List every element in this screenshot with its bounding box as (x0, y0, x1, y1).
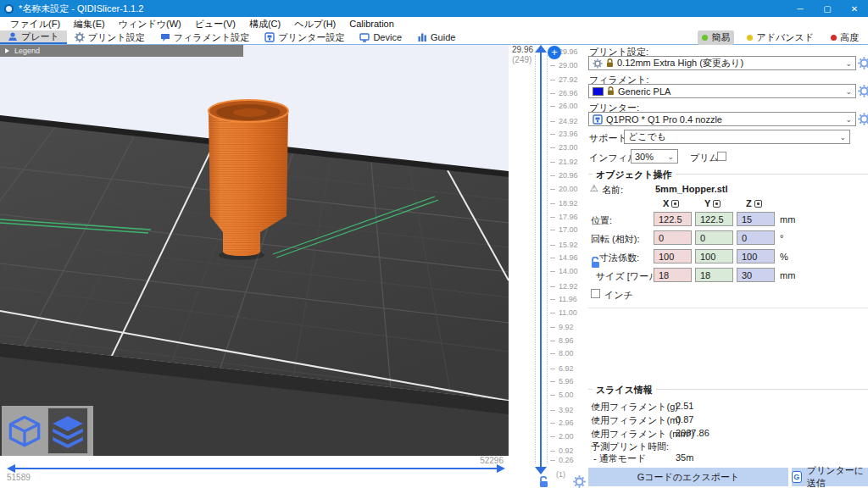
tabbar: プレート プリント設定 フィラメント設定 プリンター設定 Device Guid… (0, 30, 868, 45)
gcode-send-icon: G (792, 471, 802, 483)
edit-printer-gear-icon[interactable] (858, 113, 868, 125)
main-area: Legend (0, 45, 868, 488)
layer-slider-track[interactable] (540, 50, 542, 469)
qidislicer-window: *名称未設定 - QIDISlicer-1.1.2 ─ ▢ ✕ ファイル(F) … (0, 0, 868, 488)
chevron-down-icon: ⌄ (667, 152, 674, 161)
rotation-x-input[interactable]: 0 (654, 230, 692, 245)
layer-tick-label: 11.00 (559, 308, 577, 317)
layer-slider-upper-thumb[interactable] (535, 45, 547, 53)
maximize-button[interactable]: ▢ (814, 0, 841, 17)
filament-combo[interactable]: Generic PLA ⌄ (588, 84, 856, 98)
mode-expert[interactable]: 高度 (826, 30, 863, 45)
menu-file[interactable]: ファイル(F) (3, 18, 67, 30)
minimize-button[interactable]: ─ (787, 0, 814, 17)
legend-header[interactable]: Legend (0, 45, 243, 57)
filament-color-swatch (593, 87, 604, 96)
rotation-z-input[interactable]: 0 (737, 230, 775, 245)
chevron-down-icon: ⌄ (839, 133, 846, 141)
tab-device[interactable]: Device (352, 30, 409, 44)
layer-tick-label: 8.96 (559, 336, 574, 345)
red-dot-icon (831, 35, 837, 41)
size-y-input[interactable]: 18 (695, 268, 733, 282)
position-z-input[interactable]: 15 (737, 212, 775, 226)
brim-checkbox[interactable] (717, 152, 726, 161)
printer-icon (593, 114, 603, 125)
layer-tick-label: 21.92 (559, 158, 578, 166)
infill-combo[interactable]: 30% ⌄ (631, 149, 678, 164)
move-slider-min: 51589 (7, 473, 31, 482)
object-name-value: 5mm_Hopper.stl (655, 184, 728, 194)
print-settings-combo[interactable]: 0.12mm Extra High (変更あり) ⌄ (588, 56, 856, 70)
inches-checkbox[interactable] (591, 289, 600, 298)
tab-printer-settings[interactable]: プリンター設定 (257, 30, 352, 44)
printer-icon (264, 32, 275, 42)
layer-tick (550, 423, 555, 424)
filament-used-m-label: 使用フィラメント(m) (591, 414, 681, 427)
size-x-input[interactable]: 18 (654, 268, 692, 282)
layer-tick-label: 12.92 (559, 282, 578, 291)
scale-x-input[interactable]: 100 (654, 249, 692, 263)
size-z-input[interactable]: 30 (737, 268, 775, 282)
layer-tick-label: 11.96 (559, 295, 577, 303)
move-slider-track[interactable] (15, 468, 497, 469)
scale-y-input[interactable]: 100 (695, 249, 733, 263)
move-slider-right-arrow[interactable] (497, 464, 505, 473)
tab-guide[interactable]: Guide (409, 30, 463, 44)
layer-tick (550, 175, 555, 176)
preview-view-button[interactable] (47, 408, 88, 454)
inches-label: インチ (604, 289, 633, 302)
lock-open-icon[interactable] (538, 476, 549, 488)
edit-print-settings-gear-icon[interactable] (858, 57, 868, 69)
export-gcode-button[interactable]: Gコードのエクスポート (588, 468, 788, 486)
move-slider-left-arrow[interactable] (7, 464, 15, 473)
layer-tick (550, 162, 555, 163)
tab-print-settings[interactable]: プリント設定 (67, 30, 153, 44)
axis-x-icon[interactable] (671, 200, 679, 208)
layer-tick-label: 20.00 (559, 185, 578, 193)
menu-configuration[interactable]: 構成(C) (242, 18, 287, 30)
tab-filament-settings[interactable]: フィラメント設定 (153, 30, 258, 44)
edit-filament-gear-icon[interactable] (858, 85, 868, 97)
layers-icon (51, 414, 85, 448)
axis-y-icon[interactable] (713, 200, 721, 208)
layer-tick-label: 14.96 (559, 253, 578, 262)
object-manipulation-title: オブジェクト操作 (593, 169, 676, 181)
layer-tick (550, 230, 555, 230)
uniform-scale-lock-open-icon[interactable] (590, 257, 601, 269)
legend-expand-icon (5, 48, 9, 53)
normal-mode-value: 35m (676, 452, 693, 463)
preview-3d-viewport[interactable]: Legend (0, 45, 509, 456)
scale-label: 寸法係数: (599, 252, 639, 264)
layer-tick-label: 18.92 (559, 199, 578, 208)
layer-tick (550, 245, 555, 246)
rotation-y-input[interactable]: 0 (695, 230, 733, 245)
menu-window[interactable]: ウィンドウ(W) (112, 18, 188, 30)
print-settings-value: 0.12mm Extra High (変更あり) (617, 57, 743, 69)
layer-tick-label: 27.92 (559, 75, 578, 84)
mode-advanced[interactable]: アドバンスド (743, 30, 818, 45)
settings-panel: プリント設定: 0.12mm Extra High (変更あり) ⌄ フィラメン… (588, 45, 868, 488)
menu-edit[interactable]: 編集(E) (67, 18, 112, 30)
menu-view[interactable]: ビュー(V) (188, 18, 242, 30)
position-x-input[interactable]: 122.5 (654, 212, 692, 226)
position-y-input[interactable]: 122.5 (695, 212, 733, 226)
send-to-printer-button[interactable]: G プリンターに送信 (792, 468, 868, 486)
close-button[interactable]: ✕ (841, 0, 868, 17)
add-color-change-button[interactable]: + (548, 46, 561, 59)
slider-settings-gear-icon[interactable] (573, 475, 586, 488)
layer-height-current: 29.96 (512, 45, 533, 54)
menu-help[interactable]: ヘルプ(H) (287, 18, 342, 30)
layer-tick-label: 17.96 (559, 213, 578, 221)
mode-simple[interactable]: 簡易 (698, 30, 734, 45)
support-combo[interactable]: どこでも ⌄ (624, 130, 850, 144)
layer-tick (550, 395, 555, 396)
editor-view-button[interactable] (4, 408, 45, 454)
scale-z-input[interactable]: 100 (737, 249, 775, 263)
axis-z-icon[interactable] (754, 200, 762, 208)
tab-plate[interactable]: プレート (0, 30, 67, 44)
layer-slider-lower-thumb[interactable] (535, 467, 547, 474)
printer-combo[interactable]: Q1PRO * Q1 Pro 0.4 nozzle ⌄ (588, 112, 856, 126)
layer-number-bottom: (1) (556, 470, 565, 479)
menu-calibration[interactable]: Calibration (342, 19, 401, 29)
layer-tick (550, 353, 555, 354)
